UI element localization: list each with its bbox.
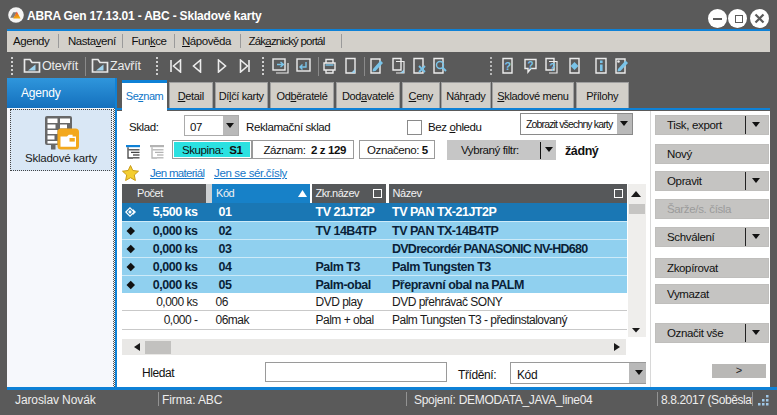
svg-text:?: ? xyxy=(550,62,556,73)
svg-text:?: ? xyxy=(528,60,534,71)
svg-text:?: ? xyxy=(505,60,512,72)
